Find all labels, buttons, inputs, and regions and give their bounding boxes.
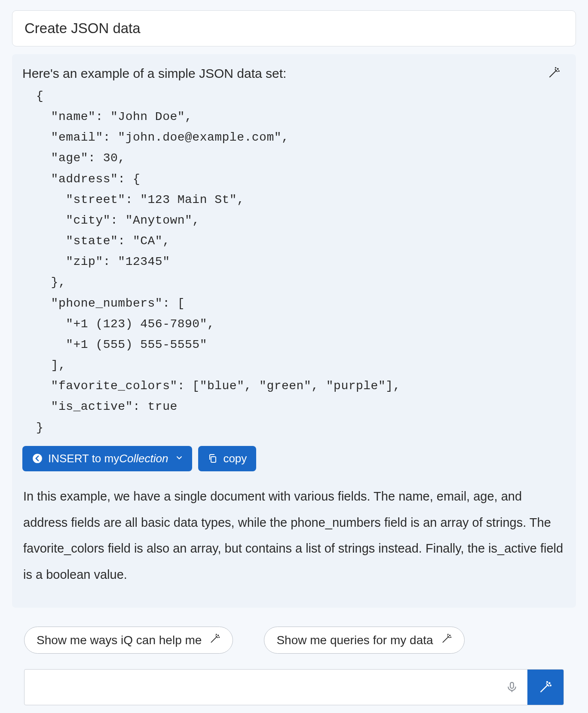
svg-point-8 bbox=[449, 635, 450, 636]
svg-point-13 bbox=[550, 685, 551, 686]
svg-point-7 bbox=[216, 634, 217, 635]
regenerate-button[interactable] bbox=[547, 65, 561, 80]
magic-wand-icon bbox=[441, 633, 452, 647]
magic-wand-icon bbox=[548, 66, 560, 79]
microphone-button[interactable] bbox=[496, 670, 527, 705]
chat-input-bar bbox=[24, 669, 564, 705]
code-action-row: INSERT to myCollection copy bbox=[22, 446, 566, 471]
svg-point-14 bbox=[547, 682, 548, 682]
prompt-title-text: Create JSON data bbox=[24, 20, 141, 36]
suggestion-row: Show me ways iQ can help me Show me quer… bbox=[12, 608, 576, 667]
response-panel: Here's an example of a simple JSON data … bbox=[12, 54, 576, 608]
suggestion-chip-help[interactable]: Show me ways iQ can help me bbox=[24, 627, 233, 654]
svg-point-5 bbox=[218, 635, 219, 636]
svg-point-3 bbox=[33, 454, 42, 463]
copy-button-label: copy bbox=[223, 452, 247, 465]
microphone-icon bbox=[505, 681, 518, 694]
svg-point-2 bbox=[555, 68, 556, 68]
copy-icon bbox=[208, 453, 218, 464]
arrow-left-circle-icon bbox=[32, 453, 43, 464]
insert-button-label: INSERT to myCollection bbox=[48, 452, 168, 465]
suggestion-chip-label: Show me ways iQ can help me bbox=[37, 633, 202, 647]
send-button[interactable] bbox=[527, 670, 564, 705]
svg-point-10 bbox=[447, 634, 448, 635]
svg-point-12 bbox=[549, 683, 550, 684]
page-root: Create JSON data Here's an example of a … bbox=[0, 0, 588, 705]
svg-point-0 bbox=[557, 68, 558, 69]
suggestion-chip-queries[interactable]: Show me queries for my data bbox=[264, 627, 464, 654]
svg-rect-4 bbox=[211, 457, 216, 462]
magic-wand-icon bbox=[209, 633, 220, 647]
copy-button[interactable]: copy bbox=[198, 446, 256, 471]
suggestion-chip-label: Show me queries for my data bbox=[276, 633, 433, 647]
svg-point-6 bbox=[219, 637, 219, 637]
magic-wand-icon bbox=[539, 680, 552, 694]
chevron-down-icon bbox=[175, 452, 184, 465]
prompt-title-card: Create JSON data bbox=[12, 10, 576, 46]
response-explanation: In this example, we have a single docume… bbox=[22, 483, 566, 604]
svg-point-1 bbox=[559, 71, 560, 72]
svg-point-9 bbox=[450, 637, 451, 637]
code-block: { "name": "John Doe", "email": "john.doe… bbox=[22, 86, 566, 443]
insert-button[interactable]: INSERT to myCollection bbox=[22, 446, 192, 471]
chat-input[interactable] bbox=[24, 670, 496, 705]
svg-rect-11 bbox=[510, 682, 514, 688]
response-intro: Here's an example of a simple JSON data … bbox=[22, 66, 566, 81]
